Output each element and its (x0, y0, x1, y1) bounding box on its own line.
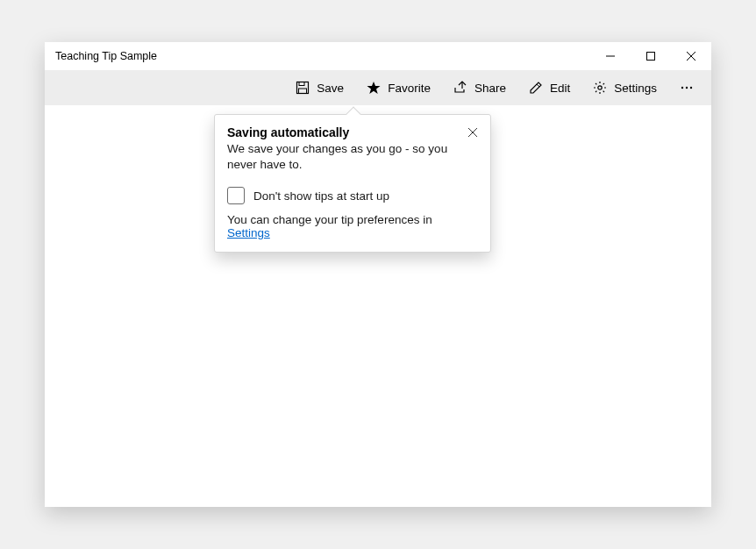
close-window-button[interactable] (671, 42, 711, 70)
edit-label: Edit (550, 82, 570, 95)
close-icon (468, 128, 477, 137)
teaching-tip-title: Saving automatically (227, 125, 478, 139)
star-icon (367, 81, 381, 95)
favorite-label: Favorite (388, 82, 431, 95)
svg-point-10 (681, 87, 683, 89)
titlebar: Teaching Tip Sample (45, 42, 711, 70)
content-area: Saving automatically We save your change… (45, 105, 711, 507)
maximize-button[interactable] (631, 42, 671, 70)
settings-link[interactable]: Settings (227, 226, 270, 239)
svg-point-11 (686, 87, 688, 89)
command-bar: Save Favorite Share Edit Settings (45, 70, 711, 105)
svg-marker-7 (367, 82, 381, 94)
dont-show-checkbox[interactable] (227, 187, 245, 204)
teaching-tip-close-button[interactable] (462, 122, 483, 143)
share-button[interactable]: Share (443, 75, 517, 100)
more-icon (680, 81, 694, 95)
edit-button[interactable]: Edit (518, 75, 581, 100)
save-label: Save (317, 82, 344, 95)
share-label: Share (474, 82, 506, 95)
gear-icon (593, 81, 607, 95)
close-icon (687, 52, 695, 61)
teaching-tip-beak (346, 107, 361, 122)
window-controls (590, 42, 711, 70)
svg-point-9 (598, 86, 602, 89)
app-window: Teaching Tip Sample Save Favorite (45, 42, 711, 507)
settings-button[interactable]: Settings (582, 75, 667, 100)
checkbox-label: Don't show tips at start up (253, 189, 389, 203)
footer-prefix: You can change your tip preferences in (227, 213, 432, 226)
maximize-icon (646, 52, 655, 61)
teaching-tip-subtitle: We save your changes as you go - so you … (227, 141, 478, 173)
svg-point-12 (690, 87, 692, 89)
svg-line-8 (537, 84, 539, 87)
edit-icon (529, 81, 543, 95)
svg-rect-6 (299, 89, 307, 94)
settings-label: Settings (614, 82, 657, 95)
save-button[interactable]: Save (285, 75, 354, 100)
share-icon (453, 81, 467, 95)
teaching-tip: Saving automatically We save your change… (214, 114, 491, 253)
minimize-icon (606, 52, 615, 61)
window-title: Teaching Tip Sample (55, 50, 157, 62)
favorite-button[interactable]: Favorite (356, 75, 441, 100)
teaching-tip-footer: You can change your tip preferences in S… (227, 213, 478, 239)
more-button[interactable] (669, 75, 704, 100)
save-icon (296, 81, 310, 95)
minimize-button[interactable] (590, 42, 631, 70)
checkbox-row: Don't show tips at start up (227, 187, 478, 204)
svg-rect-1 (647, 53, 655, 61)
